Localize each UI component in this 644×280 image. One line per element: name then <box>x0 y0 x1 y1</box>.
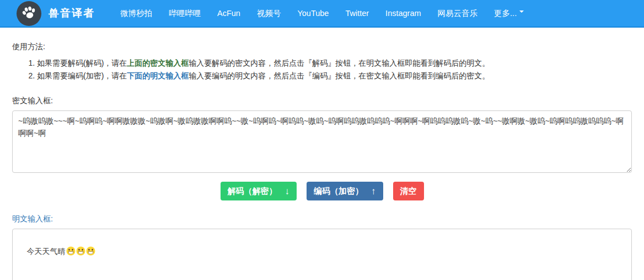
nav-item-more-label: 更多... <box>494 9 517 18</box>
nav-item-twitter[interactable]: Twitter <box>345 9 369 18</box>
nav-item-shipinhao[interactable]: 视频号 <box>257 8 281 19</box>
clear-button[interactable]: 清空 <box>393 182 424 200</box>
howto-item-decode: 如果需要解码(解码)，请在上面的密文输入框输入要解码的密文内容，然后点击『解码』… <box>37 57 632 70</box>
grinning-face-emoji <box>66 246 76 256</box>
howto-item-encode-highlight: 下面的明文输入框 <box>127 71 189 80</box>
navbar: 兽音译者 微博秒拍 哔哩哔哩 AcFun 视频号 YouTube Twitter… <box>0 0 644 28</box>
ciphertext-label: 密文输入框: <box>12 96 632 106</box>
howto-list: 如果需要解码(解码)，请在上面的密文输入框输入要解码的密文内容，然后点击『解码』… <box>12 57 632 82</box>
paw-icon <box>21 5 37 22</box>
grinning-face-emoji <box>76 246 85 256</box>
arrow-down-icon: ↓ <box>285 187 290 196</box>
paw-logo <box>17 1 41 26</box>
decode-button[interactable]: 解码（解密） ↓ <box>221 182 297 200</box>
howto-item-decode-highlight: 上面的密文输入框 <box>127 59 189 67</box>
main-content: 使用方法: 如果需要解码(解码)，请在上面的密文输入框输入要解码的密文内容，然后… <box>0 28 644 280</box>
plaintext-text: 今天天气晴 <box>27 247 66 256</box>
clear-button-label: 清空 <box>400 186 417 197</box>
howto-item-encode-after: 输入要编码的明文内容，然后点击『编码』按钮，在密文输入框即能看到编码后的密文。 <box>189 71 490 80</box>
nav-item-instagram[interactable]: Instagram <box>385 9 421 18</box>
brand-title[interactable]: 兽音译者 <box>49 6 95 20</box>
encode-button[interactable]: 编码（加密） ↑ <box>307 182 383 200</box>
howto-item-encode: 如果需要编码(加密)，请在下面的明文输入框输入要编码的明文内容，然后点击『编码』… <box>37 70 632 82</box>
nav-item-bilibili[interactable]: 哔哩哔哩 <box>169 8 201 19</box>
howto-item-encode-before: 如果需要编码(加密)，请在 <box>37 71 127 80</box>
howto-item-decode-after: 输入要解码的密文内容，然后点击『解码』按钮，在明文输入框即能看到解码后的明文。 <box>189 59 490 67</box>
nav-item-more-dropdown[interactable]: 更多... <box>494 8 524 19</box>
caret-down-icon <box>519 10 524 15</box>
grinning-face-emoji <box>86 246 95 256</box>
nav-item-youtube[interactable]: YouTube <box>297 9 329 18</box>
howto-item-decode-before: 如果需要解码(解码)，请在 <box>37 59 127 67</box>
action-button-row: 解码（解密） ↓ 编码（加密） ↑ 清空 <box>12 182 632 200</box>
decode-button-label: 解码（解密） <box>228 186 277 197</box>
arrow-up-icon: ↑ <box>371 187 376 196</box>
nav-item-netease-music[interactable]: 网易云音乐 <box>438 8 478 19</box>
nav-item-weibo-miaopai[interactable]: 微博秒拍 <box>120 8 152 19</box>
plaintext-label: 明文输入框: <box>12 214 632 224</box>
plaintext-input[interactable]: 今天天气晴 <box>12 229 632 280</box>
nav-item-acfun[interactable]: AcFun <box>217 9 240 18</box>
encode-button-label: 编码（加密） <box>314 186 363 197</box>
ciphertext-input[interactable]: ~呜嗷呜嗷~~~啊~呜啊呜~啊啊嗷嗷嗷~呜嗷啊~嗷呜嗷嗷啊啊呜~~嗷~呜啊呜~啊… <box>12 110 632 173</box>
howto-title: 使用方法: <box>12 42 632 52</box>
